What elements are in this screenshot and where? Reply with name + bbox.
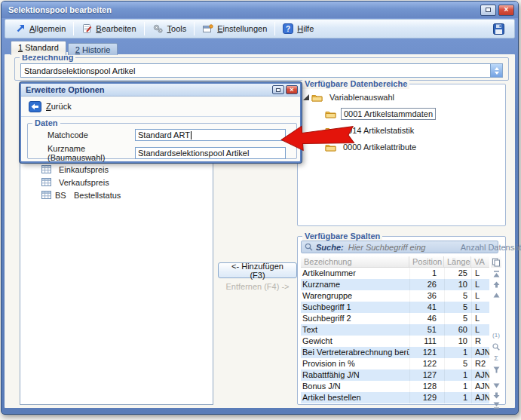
- toolbar-separator: [73, 22, 74, 35]
- row-up-icon[interactable]: [492, 280, 501, 289]
- toolbar-item-bearbeiten[interactable]: Bearbeiten: [76, 22, 141, 35]
- cell-bezeichnung: Rabattfähig J/N: [301, 369, 409, 381]
- cell-bezeichnung: Kurzname: [301, 279, 409, 290]
- dialog-close-button[interactable]: ×: [286, 85, 298, 94]
- cell-position: 41: [409, 302, 444, 313]
- cell-va: AJN: [471, 392, 489, 403]
- matchcode-input[interactable]: Standard ART: [135, 129, 286, 141]
- window-title: Selektionspool bearbeiten: [8, 5, 478, 14]
- mark-row-icon[interactable]: (1): [492, 331, 501, 340]
- toolbar-item-hilfe[interactable]: ? Hilfe: [277, 22, 319, 35]
- cell-position: 127: [409, 369, 444, 381]
- table-row[interactable]: Bei Vertreterabrechnung berücksichtige 1…: [301, 347, 489, 358]
- restore-button[interactable]: [480, 5, 496, 16]
- item-name: Einkaufspreis: [59, 165, 109, 174]
- list-item[interactable]: Einkaufspreis: [20, 163, 213, 176]
- list-item[interactable]: Verkaufspreis: [20, 176, 213, 189]
- back-button[interactable]: Zurück: [46, 102, 72, 111]
- cell-bezeichnung: Artikelnummer: [301, 268, 409, 279]
- cell-va: AJN: [471, 347, 489, 358]
- dialog-title: Erweiterte Optionen: [26, 85, 271, 94]
- toolbar-label: Bearbeiten: [96, 24, 136, 33]
- toolbar-item-einstellungen[interactable]: Einstellungen: [197, 22, 272, 35]
- bezeichnung-value[interactable]: [21, 66, 490, 76]
- table-row[interactable]: Suchbegriff 2 46 5 L: [301, 313, 489, 324]
- toolbar-label: Einstellungen: [217, 24, 267, 33]
- cell-laenge: 1: [444, 392, 471, 403]
- tree-node-child[interactable]: 0001 Artikelstammdaten: [301, 106, 504, 122]
- table-row[interactable]: Artikel bestellen 129 1 AJN: [301, 392, 489, 403]
- cell-laenge: 60: [444, 324, 471, 336]
- help-icon: ?: [283, 23, 293, 34]
- close-button[interactable]: ×: [498, 5, 514, 16]
- tree-node-child[interactable]: 0014 Artikelstatistik: [301, 122, 504, 139]
- table-row[interactable]: Suchbegriff 1 41 5 L: [301, 302, 489, 313]
- header-bezeichnung[interactable]: Bezeichnung: [301, 256, 409, 267]
- tree-node-label-selected: 0001 Artikelstammdaten: [341, 108, 436, 120]
- table-row[interactable]: Gewicht 111 10 R: [301, 336, 489, 347]
- text-caret: [191, 131, 192, 139]
- table-row[interactable]: Kurzname 26 10 L: [301, 279, 489, 290]
- search-input[interactable]: [347, 242, 458, 253]
- toolbar-item-tools[interactable]: Tools: [147, 22, 192, 35]
- cell-va: L: [471, 290, 489, 302]
- content-panel: Bezeichnung Ein: [5, 54, 515, 408]
- first-row-icon[interactable]: [492, 269, 501, 278]
- folder-icon: [325, 126, 336, 135]
- cell-bezeichnung: Warengruppe: [301, 290, 409, 302]
- page-down-icon[interactable]: [492, 381, 501, 390]
- table-row[interactable]: Rabattfähig J/N 127 1 AJN: [301, 369, 489, 381]
- header-laenge[interactable]: Länge: [444, 256, 471, 267]
- folder-icon: [325, 143, 336, 152]
- bezeichnung-combobox[interactable]: [20, 63, 503, 78]
- cell-position: 36: [409, 290, 444, 302]
- list-item[interactable]: BS Bestellstatus: [20, 189, 213, 201]
- folder-icon: [311, 93, 323, 102]
- tab-label: 1 Standard: [18, 43, 59, 52]
- cell-va: L: [471, 313, 489, 324]
- toolbar-separator: [274, 22, 275, 35]
- grid-search-icon[interactable]: [492, 342, 501, 351]
- expander-icon[interactable]: [302, 94, 310, 101]
- table-row[interactable]: Artikelnummer 1 25 L: [301, 268, 489, 279]
- matchcode-value: Standard ART: [138, 130, 190, 139]
- spalten-group: Verfügbare Spalten Suche: Anzahl Datensä…: [297, 236, 506, 405]
- toolbar-label: Allgemein: [29, 24, 66, 33]
- table-row[interactable]: Bonus J/N 128 1 AJN: [301, 381, 489, 392]
- save-button[interactable]: [488, 22, 510, 36]
- tab-historie[interactable]: 2 Historie: [68, 43, 118, 55]
- search-bar[interactable]: Suche: Anzahl Datensätze: 597: [301, 241, 498, 253]
- cell-va: L: [471, 324, 489, 336]
- combobox-spinner[interactable]: [490, 64, 502, 77]
- datenbereiche-group: Verfügbare Datenbereiche Variablenauswah…: [297, 84, 506, 226]
- tab-standard[interactable]: 1 Standard: [11, 41, 66, 55]
- table-header[interactable]: Bezeichnung Position Länge VA: [301, 256, 489, 268]
- tree-node-label: 0000 Artikelattribute: [341, 142, 418, 152]
- spalten-group-label: Verfügbare Spalten: [302, 231, 382, 241]
- tab-label: 2 Historie: [75, 45, 110, 54]
- tree-node-root[interactable]: Variablenauswahl: [301, 89, 504, 106]
- cell-laenge: 5: [444, 302, 471, 313]
- toolbar-item-allgemein[interactable]: Allgemein: [10, 22, 71, 35]
- cell-laenge: 5: [444, 290, 471, 302]
- filter-icon[interactable]: [492, 365, 501, 374]
- last-row-icon[interactable]: [492, 400, 501, 409]
- table-row[interactable]: Text 51 60 L: [301, 324, 489, 336]
- search-label: Suche:: [316, 243, 344, 252]
- nav-arrow-icon: [15, 23, 26, 34]
- sum-icon[interactable]: Σ: [492, 354, 501, 363]
- page-up-icon[interactable]: [492, 290, 501, 299]
- kurzname-input[interactable]: [135, 147, 286, 159]
- cell-va: R2: [471, 358, 489, 369]
- tree-node-child[interactable]: 0000 Artikelattribute: [301, 139, 504, 155]
- header-position[interactable]: Position: [409, 256, 444, 267]
- row-down-icon[interactable]: [492, 391, 501, 400]
- columns-table-body: Artikelnummer 1 25 L Kurzname 26 10 L: [301, 268, 489, 403]
- dialog-restore-button[interactable]: [272, 85, 284, 94]
- copy-columns-button[interactable]: [491, 256, 501, 268]
- add-button[interactable]: <- Hinzufügen (F3): [218, 262, 297, 278]
- back-arrow-icon[interactable]: [29, 101, 41, 112]
- table-row[interactable]: Provision in % 122 5 R2: [301, 358, 489, 369]
- header-va[interactable]: VA: [471, 256, 489, 267]
- table-row[interactable]: Warengruppe 36 5 L: [301, 290, 489, 302]
